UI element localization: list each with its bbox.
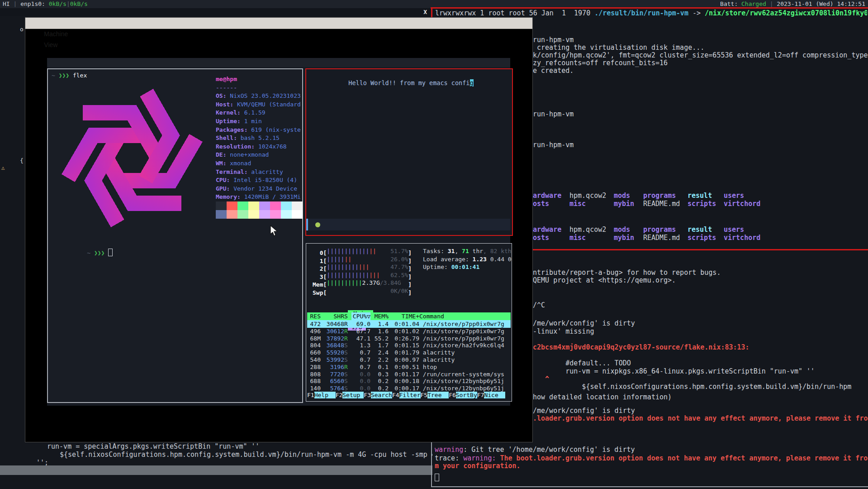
terminal-output-line: scripts bbox=[688, 234, 716, 242]
vm-terminal-window[interactable]: ~ ❯❯❯ flex bbox=[47, 68, 303, 403]
terminal-output-line: /me/work/config' is dirty bbox=[533, 407, 635, 415]
terminal-output-line: osts bbox=[533, 234, 549, 242]
palette-swatch bbox=[216, 210, 227, 219]
network-status: HI | enp1s0: 0kB/s|0kB/s bbox=[3, 0, 88, 8]
fastfetch-line: WM: xmonad bbox=[216, 160, 251, 167]
menu-view[interactable]: View bbox=[44, 41, 57, 48]
terminal-output-line: virtchord bbox=[724, 200, 760, 208]
palette-swatch bbox=[227, 210, 237, 219]
terminal-output-line: result bbox=[688, 192, 712, 200]
terminal-output-line: run-hpm-vm bbox=[533, 36, 574, 44]
terminal-output-line: users bbox=[724, 192, 744, 200]
editor-modeline: flake.nix 84,96-104 75% bbox=[0, 465, 432, 475]
fastfetch-line: Uptime: 1 min bbox=[216, 118, 262, 125]
code-line: run-vm = specialArgs.pkgs.writeScriptBin… bbox=[47, 442, 260, 451]
tab-bar: flake.nix b/main.nix b/hpm.nix u/m/defau… bbox=[0, 8, 432, 16]
terminal-output-line: k/config/hpm.qcow2', fmt=qcow2 cluster_s… bbox=[533, 52, 868, 59]
terminal-output-line: m your configuration. bbox=[435, 462, 521, 470]
fastfetch-line: ------ bbox=[216, 84, 237, 91]
terminal-output-line: .loader.grub.version option does not hav… bbox=[533, 415, 868, 422]
terminal-output-line: misc bbox=[569, 234, 586, 242]
fastfetch-line: CPU: Intel i5-8250U (4) bbox=[216, 177, 297, 183]
fkey-action[interactable]: Search bbox=[371, 392, 392, 398]
terminal-output-line: programs bbox=[643, 226, 676, 234]
palette-swatch bbox=[237, 210, 248, 219]
terminal-output-line: ${self.nixosConfigurations.hpm.config.sy… bbox=[533, 383, 851, 391]
shell-prompt-current: ~ ❯❯❯ bbox=[52, 242, 113, 263]
palette-swatch bbox=[248, 210, 259, 219]
nixos-logo bbox=[51, 81, 213, 235]
terminal-output-line: run-vm = nixpkgs.x86_64-linux.pkgs.write… bbox=[533, 368, 815, 375]
palette-swatch bbox=[292, 201, 303, 210]
terminal-output-line: mods bbox=[614, 226, 630, 234]
terminal-output-line: mybin bbox=[614, 234, 634, 242]
terminal-output-line: warning: Git tree '/home/me/work/config'… bbox=[435, 446, 635, 454]
terminal-output-line: -linux' missing bbox=[533, 328, 594, 336]
fkey-number: F5 bbox=[421, 392, 428, 398]
palette-swatch bbox=[237, 201, 248, 210]
stray-glyph: { bbox=[20, 157, 24, 164]
stray-glyph: o bbox=[20, 26, 24, 33]
fkey-number: F2 bbox=[336, 392, 343, 398]
palette-swatch bbox=[227, 201, 237, 210]
terminal-cursor bbox=[435, 474, 439, 481]
terminal-output-line: QEMU project at <https://qemu.org>. bbox=[533, 277, 676, 284]
terminal-output-line: ardware bbox=[533, 192, 561, 200]
close-icon[interactable]: X bbox=[423, 8, 427, 16]
terminal-output-line: c2bcsm4xmj0vd0capi9q2yc0yzl87-source/fla… bbox=[533, 344, 749, 351]
stray-glyph: ⚠ bbox=[1, 164, 5, 171]
fkey-number: F1 bbox=[307, 392, 314, 398]
terminal-output-line: result bbox=[688, 226, 712, 234]
modeline-accent-bar bbox=[306, 219, 308, 230]
terminal-output-line: README.md bbox=[643, 200, 680, 208]
fastfetch-line: Kernel: 6.1.59 bbox=[216, 109, 266, 116]
fkey-number: F4 bbox=[392, 392, 399, 398]
palette-swatch bbox=[248, 201, 259, 210]
palette-swatch bbox=[281, 210, 292, 219]
palette-row bbox=[216, 210, 303, 220]
palette-swatch bbox=[259, 210, 270, 219]
fastfetch-line: OS: NixOS 23.05.20231023 bbox=[216, 92, 301, 99]
palette-swatch bbox=[270, 210, 281, 219]
symlink-listing-line: lrwxrwxrwx 1 root root 56 Jan 1 1970 ./r… bbox=[435, 10, 867, 17]
terminal-output-line: README.md bbox=[643, 234, 680, 242]
palette-swatch bbox=[216, 201, 227, 210]
palette-swatch bbox=[270, 201, 281, 210]
terminal-output-line: zy_refcounts=off refcount_bits=16 bbox=[533, 59, 668, 67]
terminal-output-line: hpm.qcow2 bbox=[569, 192, 606, 200]
buffer-state-icon bbox=[315, 222, 320, 227]
mouse-cursor-icon bbox=[270, 225, 279, 237]
terminal-output-line: hpm.qcow2 bbox=[569, 226, 606, 234]
palette-swatch bbox=[281, 201, 292, 210]
terminal-output-line: /^C bbox=[533, 302, 545, 309]
fkey-action[interactable]: Filter bbox=[399, 392, 421, 398]
terminal-output-line: e created. bbox=[533, 67, 574, 75]
fkey-number: F3 bbox=[364, 392, 371, 398]
modeline-filename: flake.nix bbox=[5, 475, 39, 484]
pane-border-left-bottom bbox=[431, 441, 432, 487]
right-terminal-pane[interactable]: lrwxrwxrwx 1 root root 56 Jan 1 1970 ./r… bbox=[432, 8, 868, 489]
desktop: HI | enp1s0: 0kB/s|0kB/s Batt: Charged |… bbox=[0, 0, 868, 489]
terminal-output-line: mybin bbox=[614, 200, 634, 208]
terminal-output-line: programs bbox=[643, 192, 676, 200]
fkey-action[interactable]: Help bbox=[314, 392, 336, 398]
terminal-output-line: creating the virtualisation disk image..… bbox=[533, 44, 704, 52]
fastfetch-line: GPU: Vendor 1234 Device bbox=[216, 185, 297, 192]
terminal-output-line: mods bbox=[614, 192, 630, 200]
fastfetch-line: Shell: bash 5.2.15 bbox=[216, 134, 280, 141]
palette-swatch bbox=[292, 210, 303, 219]
menu-machine[interactable]: Machine bbox=[44, 30, 68, 38]
fastfetch-line: DE: none+xmonad bbox=[216, 151, 269, 158]
shell-cursor bbox=[108, 249, 113, 256]
terminal-output-line: #default... TODO bbox=[533, 360, 631, 367]
fkey-action[interactable]: Setup bbox=[342, 392, 364, 398]
terminal-output-line: virtchord bbox=[724, 234, 760, 242]
fastfetch-line: Packages: 619 (nix-syste bbox=[216, 126, 301, 133]
fastfetch-line: Terminal: alacritty bbox=[216, 168, 283, 175]
terminal-output-line: ^ bbox=[533, 375, 549, 383]
palette-swatch bbox=[259, 201, 270, 210]
fastfetch-line: me@hpm bbox=[216, 76, 237, 82]
terminal-output-line: users bbox=[724, 226, 744, 234]
terminal-output-line: osts bbox=[533, 200, 549, 208]
terminal-output-line: run-hpm-vm bbox=[533, 141, 574, 149]
